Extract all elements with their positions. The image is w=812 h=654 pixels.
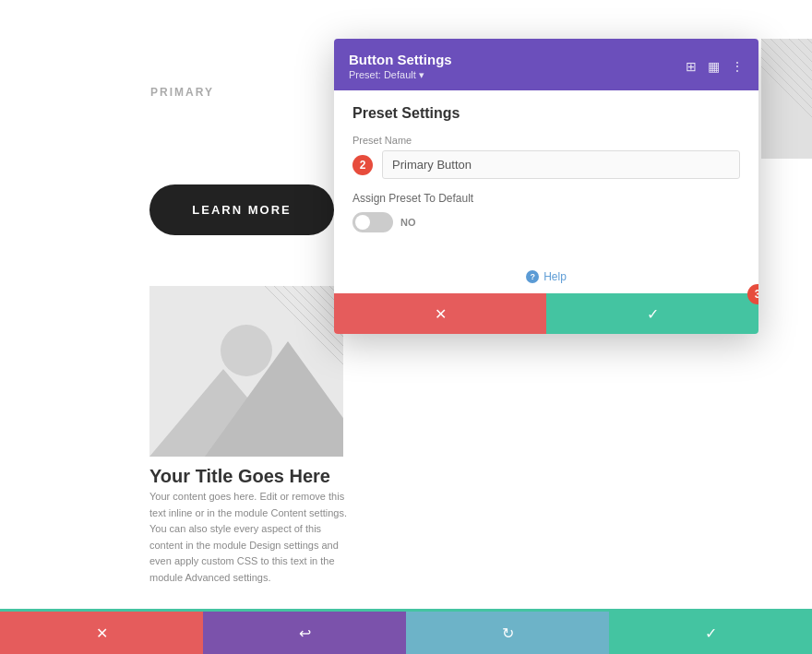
bottom-save-button[interactable]: ✓ — [609, 612, 812, 654]
page-text: Your content goes here. Edit or remove t… — [149, 489, 352, 587]
bottom-cancel-icon: ✕ — [96, 624, 108, 642]
svg-point-1 — [221, 325, 272, 376]
panel-icons: ⊞ ▦ ⋮ — [686, 59, 744, 74]
panel-header: Button Settings Preset: Default ▾ ⊞ ▦ ⋮ — [334, 39, 758, 90]
save-action-button[interactable]: ✓ 3 — [546, 293, 758, 334]
page-title: Your Title Goes Here — [149, 466, 330, 487]
help-link[interactable]: ? Help — [334, 270, 758, 283]
svg-rect-13 — [761, 39, 812, 159]
more-options-icon[interactable]: ⋮ — [731, 59, 744, 74]
cancel-action-button[interactable]: ✕ — [334, 293, 546, 334]
bottom-undo-icon: ↩ — [299, 624, 311, 642]
preset-name-row: 2 — [352, 150, 740, 179]
preset-name-field-label: Preset Name — [352, 135, 740, 146]
primary-label: PRIMARY — [150, 86, 214, 99]
bottom-toolbar: ✕ ↩ ↻ ✓ — [0, 612, 812, 654]
bottom-save-icon: ✓ — [705, 624, 717, 642]
assign-preset-label: Assign Preset To Default — [352, 192, 740, 205]
badge-3: 3 — [747, 284, 758, 304]
bottom-redo-icon: ↻ — [502, 624, 514, 642]
help-label: Help — [543, 270, 567, 283]
panel-subtitle[interactable]: Preset: Default ▾ — [349, 69, 686, 81]
cancel-action-icon: ✕ — [435, 305, 447, 323]
bottom-undo-button[interactable]: ↩ — [203, 612, 406, 654]
columns-icon[interactable]: ▦ — [708, 59, 720, 74]
preset-settings-title: Preset Settings — [352, 105, 740, 122]
toggle-row: NO — [352, 212, 740, 232]
assign-default-toggle[interactable] — [352, 212, 393, 232]
bottom-cancel-button[interactable]: ✕ — [0, 612, 203, 654]
bottom-redo-button[interactable]: ↻ — [406, 612, 609, 654]
toggle-no-label: NO — [400, 217, 416, 228]
help-icon: ? — [526, 270, 539, 283]
right-image-partial — [761, 39, 812, 159]
panel-title: Button Settings — [349, 52, 686, 67]
settings-panel: Button Settings Preset: Default ▾ ⊞ ▦ ⋮ … — [334, 39, 758, 334]
action-buttons: ✕ ✓ 3 — [334, 293, 758, 334]
panel-body: Preset Settings Preset Name 2 Assign Pre… — [334, 90, 758, 247]
panel-title-group: Button Settings Preset: Default ▾ — [349, 52, 686, 81]
badge-2: 2 — [352, 155, 373, 175]
learn-more-button[interactable]: LEARN MORE — [149, 184, 334, 235]
image-placeholder-left — [149, 286, 343, 457]
save-action-icon: ✓ — [647, 305, 659, 323]
preset-name-input[interactable] — [382, 150, 740, 179]
resize-icon[interactable]: ⊞ — [686, 59, 697, 74]
